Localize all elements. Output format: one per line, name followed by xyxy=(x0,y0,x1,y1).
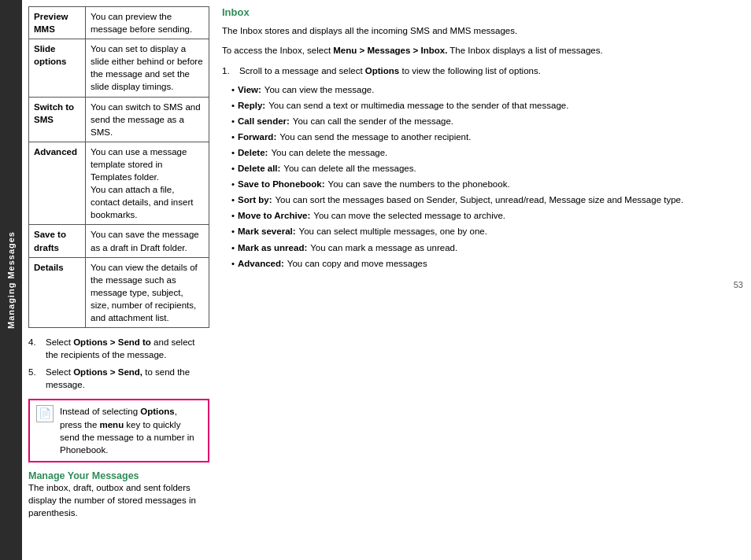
table-row: DetailsYou can view the details of the m… xyxy=(29,257,209,327)
table-definition: You can view the details of the message … xyxy=(86,257,209,327)
inbox-step1-text: Scroll to a message and select Options t… xyxy=(239,64,743,77)
manage-heading: Manage Your Messages xyxy=(28,470,209,481)
table-term: Slide options xyxy=(29,39,86,97)
inbox-step1-num: 1. xyxy=(222,64,235,77)
step-4-num: 4. xyxy=(28,336,41,361)
left-column: Preview MMSYou can preview the message b… xyxy=(28,6,209,554)
inbox-step1: 1. Scroll to a message and select Option… xyxy=(222,64,743,77)
table-row: Preview MMSYou can preview the message b… xyxy=(29,7,209,39)
table-definition: You can preview the message before sendi… xyxy=(86,7,209,39)
inbox-list-item: Advanced: You can copy and move messages xyxy=(231,257,743,270)
inbox-list-item: View: You can view the message. xyxy=(231,83,743,96)
step-5-text: Select Options > Send, to send the messa… xyxy=(46,366,209,391)
step-5-num: 5. xyxy=(28,366,41,391)
page-number: 53 xyxy=(734,280,743,289)
table-row: Switch to SMSYou can switch to SMS and s… xyxy=(29,97,209,142)
note-text: Instead of selecting Options, press the … xyxy=(60,405,202,455)
step-4: 4. Select Options > Send to and select t… xyxy=(28,336,209,361)
inbox-list-item: Forward: You can send the message to ano… xyxy=(231,131,743,143)
table-term: Switch to SMS xyxy=(29,97,86,142)
table-definition: You can set to display a slide either be… xyxy=(86,39,209,97)
inbox-list-item: Call sender: You can call the sender of … xyxy=(231,115,743,127)
manage-section: Manage Your Messages The inbox, draft, o… xyxy=(28,470,209,519)
table-term: Details xyxy=(29,257,86,327)
table-term: Advanced xyxy=(29,142,86,225)
table-definition: You can use a message template stored in… xyxy=(86,142,209,225)
table-definition: You can save the message as a draft in D… xyxy=(86,225,209,257)
inbox-list-item: Mark as unread: You can mark a message a… xyxy=(231,241,743,254)
right-column: Inbox The Inbox stores and displays all … xyxy=(222,6,743,554)
inbox-list-item: Delete: You can delete the message. xyxy=(231,146,743,159)
inbox-list-item: Reply: You can send a text or multimedia… xyxy=(231,99,743,112)
options-table: Preview MMSYou can preview the message b… xyxy=(28,6,209,328)
note-icon: 📄 xyxy=(36,405,54,422)
inbox-heading: Inbox xyxy=(222,6,743,18)
main-content: Preview MMSYou can preview the message b… xyxy=(22,0,751,560)
inbox-list-item: Mark several: You can select multiple me… xyxy=(231,225,743,238)
inbox-list-item: Save to Phonebook: You can save the numb… xyxy=(231,178,743,190)
inbox-options-list: View: You can view the message.Reply: Yo… xyxy=(222,83,743,273)
inbox-list-item: Sort by: You can sort the messages based… xyxy=(231,193,743,206)
table-definition: You can switch to SMS and send the messa… xyxy=(86,97,209,142)
table-term: Save to drafts xyxy=(29,225,86,257)
inbox-list-item: Delete all: You can delete all the messa… xyxy=(231,162,743,175)
step-5: 5. Select Options > Send, to send the me… xyxy=(28,366,209,391)
step-4-text: Select Options > Send to and select the … xyxy=(46,336,209,361)
sidebar: Managing Messages xyxy=(0,0,22,560)
sidebar-label: Managing Messages xyxy=(6,231,16,329)
inbox-intro2: To access the Inbox, select Menu > Messa… xyxy=(222,44,743,57)
table-row: AdvancedYou can use a message template s… xyxy=(29,142,209,225)
note-box: 📄 Instead of selecting Options, press th… xyxy=(28,399,209,462)
table-row: Slide optionsYou can set to display a sl… xyxy=(29,39,209,97)
table-term: Preview MMS xyxy=(29,7,86,39)
inbox-intro1: The Inbox stores and displays all the in… xyxy=(222,24,743,38)
table-row: Save to draftsYou can save the message a… xyxy=(29,225,209,257)
inbox-list-item: Move to Archive: You can move the select… xyxy=(231,209,743,222)
steps-section: 4. Select Options > Send to and select t… xyxy=(28,336,209,391)
manage-text: The inbox, draft, outbox and sent folder… xyxy=(28,481,209,519)
